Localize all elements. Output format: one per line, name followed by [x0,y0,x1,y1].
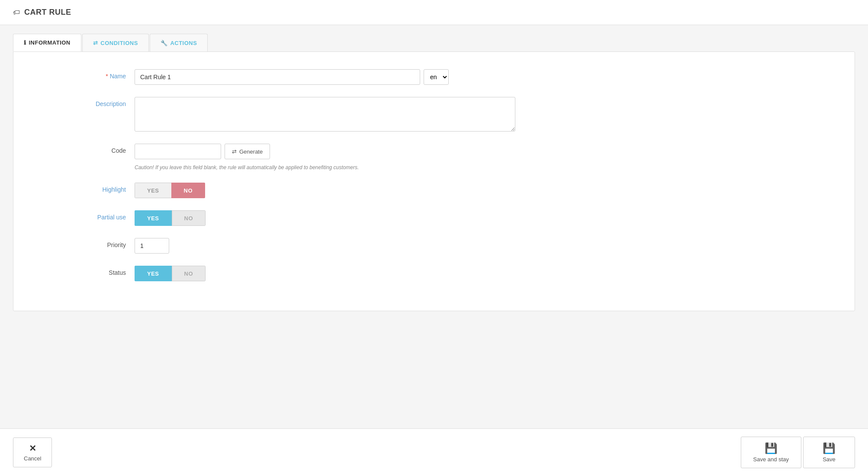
status-no-button[interactable]: NO [172,266,206,281]
tab-information[interactable]: ℹ INFORMATION [13,34,81,51]
tab-actions[interactable]: 🔧 ACTIONS [150,34,208,51]
save-stay-icon: 💾 [765,442,778,454]
status-toggle: YES NO [135,266,206,281]
description-control-group [135,97,829,132]
description-row: Description [39,97,829,132]
priority-control-group [135,238,829,254]
description-textarea[interactable] [135,97,515,132]
language-select[interactable]: en [424,69,449,85]
code-input[interactable] [135,144,221,159]
footer-bar: ✕ Cancel 💾 Save and stay 💾 Save [0,428,868,476]
status-label: Status [39,266,135,276]
partial-use-control-group: YES NO [135,210,829,226]
generate-label: Generate [239,148,263,155]
partial-use-no-button[interactable]: NO [172,210,206,226]
generate-icon: ⇄ [232,148,237,155]
code-row: Code ⇄ Generate Caution! If you leave th… [39,144,829,170]
highlight-label: Highlight [39,183,135,193]
name-input[interactable] [135,69,420,85]
highlight-yes-button[interactable]: YES [135,183,171,198]
page-title: CART RULE [24,8,71,17]
highlight-control-group: YES NO [135,183,829,198]
description-label: Description [39,97,135,107]
save-stay-label: Save and stay [753,456,789,463]
conditions-icon: ⇄ [93,40,98,46]
highlight-toggle: YES NO [135,183,205,198]
highlight-row: Highlight YES NO [39,183,829,198]
partial-use-yes-button[interactable]: YES [135,210,172,226]
tab-actions-label: ACTIONS [170,40,197,46]
cancel-button[interactable]: ✕ Cancel [13,437,52,467]
save-button[interactable]: 💾 Save [803,437,855,468]
form-panel: Name en Description Code [13,51,855,311]
tab-conditions-label: CONDITIONS [100,40,138,46]
actions-icon: 🔧 [161,40,168,46]
partial-use-toggle: YES NO [135,210,206,226]
cart-rule-icon: 🏷 [13,9,20,16]
tab-conditions[interactable]: ⇄ CONDITIONS [82,34,149,51]
code-control-group: ⇄ Generate Caution! If you leave this fi… [135,144,829,170]
priority-row: Priority [39,238,829,254]
save-label: Save [823,456,836,463]
priority-input[interactable] [135,238,169,254]
name-control-group: en [135,69,829,85]
cancel-icon: ✕ [29,443,36,453]
footer-right-buttons: 💾 Save and stay 💾 Save [741,437,855,468]
partial-use-row: Partial use YES NO [39,210,829,226]
tab-information-label: INFORMATION [29,39,71,46]
code-caution: Caution! If you leave this field blank, … [135,164,359,170]
priority-label: Priority [39,238,135,248]
status-yes-button[interactable]: YES [135,266,172,281]
status-control-group: YES NO [135,266,829,281]
name-label: Name [39,69,135,80]
highlight-no-button[interactable]: NO [171,183,206,198]
cancel-label: Cancel [24,455,41,462]
info-icon: ℹ [24,39,26,46]
partial-use-label: Partial use [39,210,135,221]
name-row: Name en [39,69,829,85]
status-row: Status YES NO [39,266,829,281]
save-and-stay-button[interactable]: 💾 Save and stay [741,437,801,468]
generate-button[interactable]: ⇄ Generate [225,144,270,159]
save-icon: 💾 [823,442,836,454]
code-label: Code [39,144,135,154]
